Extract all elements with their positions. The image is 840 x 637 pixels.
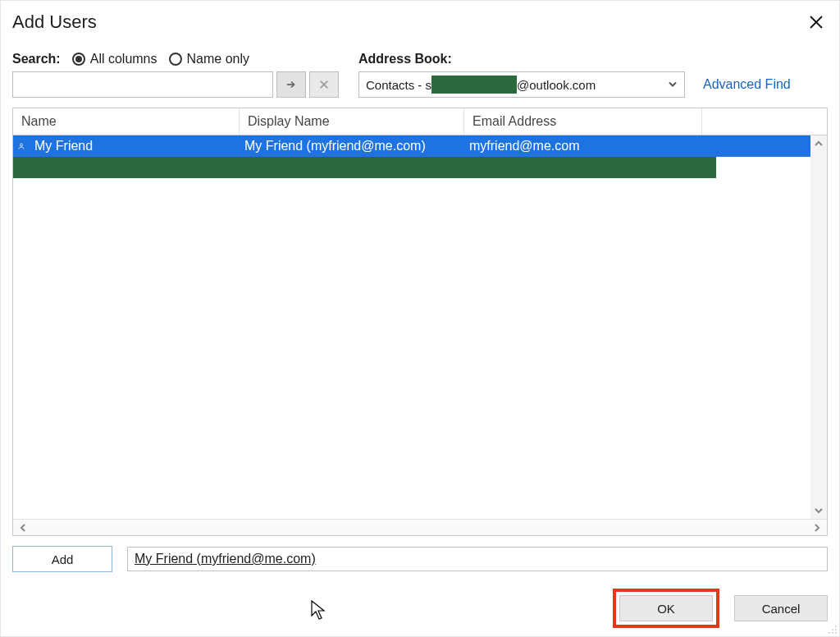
search-go-button[interactable] [276, 71, 306, 98]
svg-point-9 [829, 632, 830, 634]
address-book-row: Contacts - s @outlook.com Advanced Find [358, 71, 828, 98]
address-book-label: Address Book: [358, 52, 452, 66]
ok-button-label: OK [657, 602, 675, 616]
title-bar: Add Users [12, 11, 828, 34]
chevron-left-icon [18, 523, 28, 533]
svg-point-10 [832, 632, 833, 634]
svg-point-7 [832, 629, 833, 630]
results-grid: Name Display Name Email Address My Frien… [12, 108, 828, 536]
resize-grip[interactable] [826, 623, 838, 635]
close-icon [809, 15, 824, 30]
vertical-scrollbar[interactable] [810, 135, 827, 519]
chevron-right-icon [812, 523, 822, 533]
radio-name-only[interactable]: Name only [169, 52, 249, 66]
close-button[interactable] [805, 11, 828, 34]
address-book-block: Address Book: Contacts - s @outlook.com … [358, 52, 828, 98]
cell-display: My Friend (myfriend@me.com) [240, 139, 464, 154]
address-book-suffix: @outlook.com [517, 78, 596, 92]
address-book-combo[interactable]: Contacts - s @outlook.com [358, 71, 685, 98]
cancel-button-label: Cancel [762, 602, 801, 616]
column-header-spacer [702, 108, 827, 135]
table-row-redacted[interactable] [13, 157, 716, 178]
search-clear-button[interactable] [309, 71, 339, 98]
cancel-button[interactable]: Cancel [734, 595, 828, 621]
horizontal-scrollbar[interactable] [13, 519, 827, 535]
ok-button[interactable]: OK [619, 595, 713, 621]
x-icon [318, 79, 330, 90]
radio-all-columns[interactable]: All columns [72, 52, 158, 66]
top-controls: Search: All columns Name only [12, 52, 828, 98]
svg-point-6 [835, 626, 837, 627]
ok-highlight: OK [613, 589, 719, 628]
column-header-name[interactable]: Name [13, 108, 240, 135]
search-input-row [12, 71, 339, 98]
grid-body: My Friend My Friend (myfriend@me.com) my… [13, 135, 827, 519]
search-block: Search: All columns Name only [12, 52, 339, 98]
svg-point-11 [835, 632, 837, 634]
recipients-field[interactable]: My Friend (myfriend@me.com) [127, 547, 828, 571]
arrow-right-icon [285, 79, 297, 90]
search-options-row: Search: All columns Name only [12, 52, 339, 66]
add-recipient-row: Add My Friend (myfriend@me.com) [12, 546, 828, 572]
chevron-up-icon [814, 139, 824, 149]
dialog-title: Add Users [12, 11, 97, 33]
redacted-text [431, 76, 517, 94]
dialog-buttons-row: OK Cancel [12, 589, 828, 628]
person-icon [13, 140, 30, 152]
cell-name: My Friend [30, 139, 240, 154]
svg-point-5 [21, 144, 23, 146]
svg-point-8 [835, 629, 837, 630]
add-users-dialog: Add Users Search: All columns Name only [0, 0, 840, 637]
radio-name-only-label: Name only [187, 52, 249, 66]
advanced-find-link[interactable]: Advanced Find [703, 77, 791, 92]
cell-email: myfriend@me.com [464, 139, 827, 154]
grid-header: Name Display Name Email Address [13, 108, 827, 135]
column-header-email[interactable]: Email Address [464, 108, 702, 135]
recipient-entry: My Friend (myfriend@me.com) [135, 552, 316, 566]
chevron-down-icon [814, 506, 824, 516]
address-book-prefix: Contacts - s [366, 78, 431, 92]
search-input[interactable] [12, 71, 273, 98]
table-row[interactable]: My Friend My Friend (myfriend@me.com) my… [13, 135, 827, 157]
add-button[interactable]: Add [12, 546, 112, 572]
radio-all-columns-label: All columns [90, 52, 158, 66]
column-header-display[interactable]: Display Name [240, 108, 464, 135]
add-button-label: Add [52, 552, 74, 566]
search-label: Search: [12, 52, 61, 66]
chevron-down-icon [668, 78, 678, 92]
